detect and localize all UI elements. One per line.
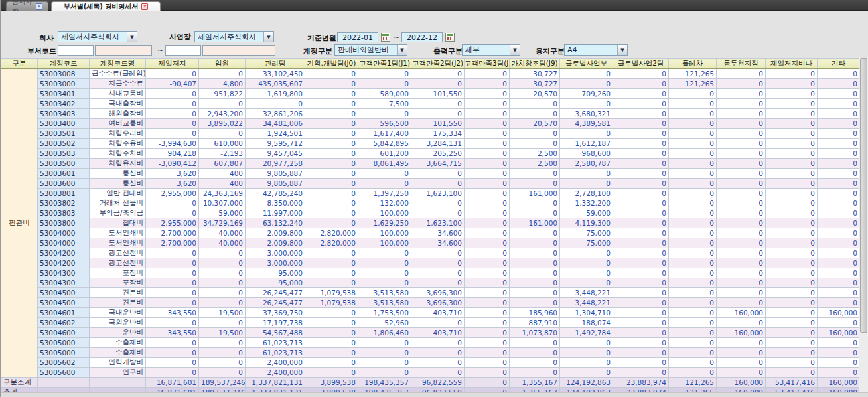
period-to-input[interactable]: [401, 32, 443, 42]
tab-bar: 공지사항 ✕ 부서별(세목) 경비명세서 ✕: [1, 0, 868, 11]
account-type-select[interactable]: 판매비와일반비 ▼: [334, 44, 407, 56]
amount-cell: 0: [766, 228, 818, 238]
amount-cell: 0: [305, 278, 358, 288]
paper-select[interactable]: A4 ▼: [564, 44, 628, 56]
account-code-cell: 53003501: [38, 129, 90, 139]
amount-cell: 0: [305, 189, 358, 198]
account-code-cell: 53003000: [38, 79, 90, 89]
amount-cell: 0: [305, 179, 358, 189]
close-icon[interactable]: ✕: [141, 3, 148, 10]
column-header[interactable]: 고객만족3팀(J3): [465, 59, 510, 69]
tab-notice[interactable]: 공지사항 ✕: [6, 1, 48, 11]
amount-cell: 0: [717, 348, 766, 358]
column-header[interactable]: 플레차: [669, 59, 717, 69]
amount-cell: 0: [510, 348, 560, 358]
amount-cell: 0: [766, 288, 818, 298]
column-header[interactable]: 계정코드명: [90, 59, 146, 69]
amount-cell: 0: [717, 79, 766, 89]
amount-cell: 0: [465, 278, 510, 288]
amount-cell: 0: [766, 89, 818, 99]
amount-cell: 54,567,488: [246, 328, 305, 338]
amount-cell: 0: [199, 69, 246, 79]
column-header[interactable]: 기획.개발팀(J0): [305, 59, 358, 69]
amount-cell: 0: [146, 129, 199, 139]
amount-cell: 0: [766, 69, 818, 79]
column-header[interactable]: 고객만족2팀(J2): [411, 59, 465, 69]
amount-cell: 0: [246, 99, 305, 109]
amount-cell: 0: [818, 248, 860, 258]
amount-cell: 188,074: [560, 318, 613, 328]
amount-cell: 0: [199, 318, 246, 328]
amount-cell: 0: [305, 318, 358, 328]
amount-cell: -2,193: [199, 149, 246, 159]
column-header[interactable]: 글로벌사업부: [560, 59, 613, 69]
account-code-cell: 53004200: [38, 248, 90, 258]
amount-cell: 0: [669, 348, 717, 358]
amount-cell: 0: [766, 189, 818, 198]
dept-name-to-input[interactable]: [202, 45, 275, 56]
amount-cell: 0: [465, 89, 510, 99]
amount-cell: 0: [613, 278, 669, 288]
scrollbar-thumb[interactable]: [860, 58, 867, 333]
output-type-select[interactable]: 세부 ▼: [462, 44, 520, 56]
amount-cell: 0: [411, 368, 465, 378]
account-code-cell: 53005000: [38, 348, 90, 358]
amount-cell: 175,334: [411, 129, 465, 139]
output-type-label: 출력구분: [433, 46, 463, 56]
amount-cell: 0: [613, 358, 669, 368]
amount-cell: 3,000,000: [246, 248, 305, 258]
amount-cell: 2,700,000: [146, 228, 199, 238]
company-label: 회사: [39, 33, 54, 43]
workplace-select[interactable]: 제일저지주식회사 ▼: [194, 31, 274, 42]
column-header[interactable]: 가치창조팀(J9): [510, 59, 560, 69]
dept-code-to-input[interactable]: [165, 45, 201, 56]
account-name-cell: 차량주유비: [90, 139, 146, 149]
amount-cell: 1,629,250: [358, 218, 411, 228]
amount-cell: 0: [613, 328, 669, 338]
amount-cell: 0: [669, 109, 717, 119]
amount-cell: 0: [510, 179, 560, 189]
amount-cell: 0: [305, 119, 358, 129]
amount-cell: 0: [818, 89, 860, 99]
table-row: 53003400여비교통비03,895,02234,481,0060596,50…: [1, 119, 860, 129]
company-select[interactable]: 제일저지주식회사 ▼: [58, 31, 137, 42]
amount-cell: 0: [465, 358, 510, 368]
column-header[interactable]: 제일저지: [146, 59, 199, 69]
column-header[interactable]: 임원: [199, 59, 246, 69]
vertical-scrollbar[interactable]: [859, 58, 868, 392]
amount-cell: 601,200: [358, 149, 411, 159]
amount-cell: 343,550: [146, 328, 199, 338]
amount-cell: 0: [465, 258, 510, 268]
table-row: 53004600운반비343,55019,50054,567,48801,806…: [1, 328, 860, 338]
account-code-cell: 53004500: [38, 298, 90, 308]
amount-cell: 0: [613, 238, 669, 248]
column-header[interactable]: 계정코드: [38, 59, 90, 69]
amount-cell: 0: [560, 258, 613, 268]
dept-code-from-input[interactable]: [58, 45, 94, 56]
amount-cell: 0: [146, 109, 199, 119]
column-header[interactable]: 동두천지점: [717, 59, 766, 69]
amount-cell: 9,805,887: [246, 169, 305, 179]
column-header[interactable]: 글로벌사업2팀: [613, 59, 669, 69]
column-header[interactable]: 구분: [1, 59, 38, 69]
amount-cell: 0: [717, 318, 766, 328]
paper-value: A4: [565, 46, 617, 54]
column-header[interactable]: 고객만족1팀(J1): [358, 59, 411, 69]
tab-expense-report[interactable]: 부서별(세목) 경비명세서 ✕: [51, 1, 161, 11]
calendar-icon[interactable]: [381, 33, 390, 42]
period-from-input[interactable]: [337, 32, 378, 42]
amount-cell: 0: [411, 198, 465, 208]
amount-cell: 121,265: [669, 79, 717, 89]
amount-cell: 0: [199, 248, 246, 258]
calendar-icon[interactable]: [445, 33, 455, 42]
account-code-cell: 53003801: [38, 189, 90, 198]
column-header[interactable]: 관리팀: [246, 59, 305, 69]
column-header[interactable]: 기타: [818, 59, 860, 69]
amount-cell: 0: [766, 278, 818, 288]
column-header[interactable]: 제일저지비나: [766, 59, 818, 69]
amount-cell: 0: [669, 288, 717, 298]
close-icon[interactable]: ✕: [36, 3, 42, 10]
amount-cell: 0: [358, 348, 411, 358]
amount-cell: 0: [358, 109, 411, 119]
dept-name-from-input[interactable]: [95, 45, 152, 56]
